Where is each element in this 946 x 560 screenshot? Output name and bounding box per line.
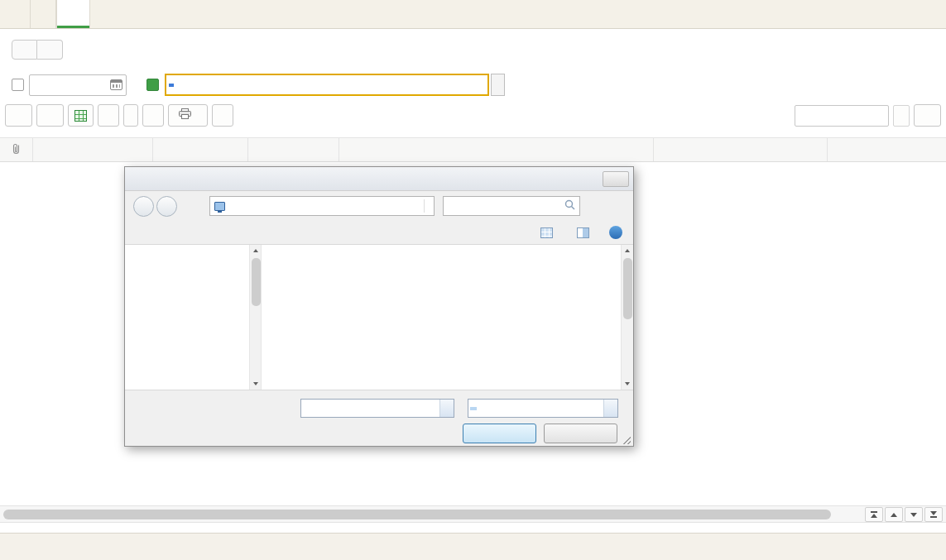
- search-input[interactable]: [795, 105, 889, 127]
- writeoff-button[interactable]: [36, 104, 64, 127]
- scrollbar-thumb[interactable]: [623, 258, 632, 319]
- receipt-button[interactable]: [5, 104, 32, 127]
- load-button[interactable]: [98, 104, 119, 127]
- pick-button[interactable]: [142, 104, 164, 127]
- preview-pane-button[interactable]: [577, 227, 589, 238]
- scroll-to-bottom-button[interactable]: [924, 507, 943, 522]
- navigation-row: [0, 29, 946, 69]
- more-button[interactable]: [914, 104, 941, 127]
- scroll-down-button[interactable]: [905, 507, 923, 522]
- dialog-navigation-bar: [125, 191, 633, 221]
- date-filter-checkbox[interactable]: [12, 79, 24, 91]
- app-window: [0, 0, 946, 560]
- filter-row: [0, 69, 946, 100]
- tab-bar: [0, 0, 946, 29]
- dialog-footer: [125, 390, 633, 447]
- scroll-up-button[interactable]: [885, 507, 903, 522]
- triangle-down-icon: [930, 511, 937, 515]
- status-day-start: [319, 541, 324, 553]
- column-date[interactable]: [33, 138, 153, 161]
- spreadsheet-icon: [74, 110, 87, 122]
- scrollbar-thumb[interactable]: [252, 258, 261, 306]
- command-toolbar: [0, 100, 946, 131]
- dialog-file-list: [262, 245, 620, 390]
- help-button[interactable]: [609, 226, 622, 239]
- cancel-button[interactable]: [544, 424, 617, 443]
- printer-icon: [179, 108, 191, 122]
- org-input[interactable]: [165, 74, 489, 96]
- triangle-up-icon: [253, 249, 258, 252]
- status-received: [492, 541, 498, 553]
- file-list-scrollbar[interactable]: [621, 245, 633, 390]
- search-clear-button[interactable]: [893, 105, 910, 127]
- dialog-search-input[interactable]: [448, 200, 564, 212]
- file-open-dialog: [124, 166, 634, 447]
- calendar-icon: [110, 79, 122, 90]
- views-icon: [540, 227, 553, 238]
- status-bar: [0, 533, 946, 560]
- column-attachments[interactable]: [0, 138, 33, 161]
- filetype-combo[interactable]: [468, 399, 618, 418]
- filetype-value: [470, 407, 477, 410]
- forward-button[interactable]: [37, 40, 63, 60]
- triangle-up-icon: [891, 513, 897, 517]
- dialog-search-box[interactable]: [443, 196, 580, 216]
- open-button[interactable]: [463, 424, 536, 443]
- registry-button[interactable]: [168, 104, 208, 127]
- dialog-close-button[interactable]: [603, 171, 629, 187]
- chevron-down-icon[interactable]: [603, 400, 617, 417]
- paperclip-icon: [12, 142, 21, 157]
- horizontal-scrollbar[interactable]: [0, 505, 946, 523]
- status-written-off: [644, 541, 650, 553]
- date-input[interactable]: [29, 74, 127, 96]
- dialog-up-button[interactable]: [184, 197, 204, 215]
- preview-pane-icon: [577, 227, 589, 238]
- chevron-down-icon[interactable]: [439, 400, 454, 417]
- column-receipt[interactable]: [153, 138, 248, 161]
- table-header: [0, 137, 946, 162]
- divider: [424, 199, 425, 213]
- dialog-sidebar: [125, 245, 249, 390]
- filename-combo[interactable]: [300, 399, 454, 418]
- resize-grip[interactable]: [622, 435, 631, 444]
- sidebar-scrollbar[interactable]: [249, 245, 262, 390]
- views-button[interactable]: [540, 227, 557, 238]
- scrollbar-thumb[interactable]: [3, 510, 831, 519]
- triangle-up-icon: [625, 249, 630, 252]
- back-button[interactable]: [12, 40, 37, 60]
- dialog-toolbar: [125, 221, 633, 244]
- dialog-content: [125, 244, 633, 390]
- status-day-end: [796, 541, 802, 553]
- client-bank-button[interactable]: [123, 104, 138, 127]
- magnifier-icon: [564, 199, 575, 213]
- dialog-forward-button[interactable]: [156, 196, 177, 217]
- history-buttons: [12, 40, 63, 60]
- triangle-down-icon: [625, 382, 630, 385]
- triangle-down-icon: [910, 513, 917, 517]
- calendar-button[interactable]: [110, 79, 122, 90]
- home-button[interactable]: [0, 0, 30, 28]
- column-purpose[interactable]: [339, 138, 654, 161]
- triangle-up-icon: [871, 514, 877, 518]
- spreadsheet-button[interactable]: [68, 104, 94, 127]
- create-from-button[interactable]: [212, 104, 233, 127]
- scroll-to-top-button[interactable]: [865, 507, 883, 522]
- org-filter-checkbox[interactable]: [146, 79, 159, 91]
- column-writeoff[interactable]: [248, 138, 339, 161]
- scroll-buttons: [865, 507, 943, 522]
- triangle-down-icon: [253, 382, 258, 385]
- column-operation[interactable]: [828, 138, 946, 161]
- desktop-icon: [214, 202, 225, 211]
- org-dropdown-button[interactable]: [491, 74, 505, 96]
- dialog-title-bar[interactable]: [125, 167, 633, 191]
- tab-start-page[interactable]: [30, 0, 56, 28]
- column-counterparty[interactable]: [654, 138, 828, 161]
- address-bar[interactable]: [209, 196, 435, 216]
- tab-bank-statements[interactable]: [56, 0, 90, 28]
- org-value-selected: [169, 84, 174, 87]
- dialog-back-button[interactable]: [133, 196, 154, 217]
